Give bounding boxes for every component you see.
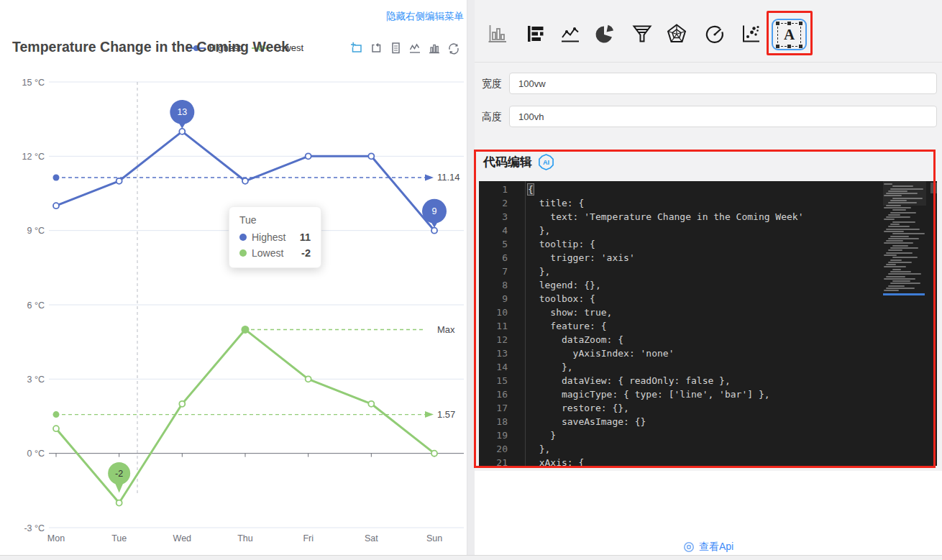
line-number: 10 xyxy=(479,306,508,319)
code-line[interactable]: toolbox: { xyxy=(528,292,804,306)
line-number: 5 xyxy=(479,237,508,251)
lowest-dot-icon xyxy=(239,249,247,257)
svg-text:6 °C: 6 °C xyxy=(27,300,45,311)
code-line[interactable]: text: 'Temperature Change in the Coming … xyxy=(528,210,804,224)
code-line[interactable]: legend: {}, xyxy=(528,278,804,292)
data-zoom-icon[interactable] xyxy=(350,42,363,55)
minimap-selection xyxy=(883,293,925,295)
view-api-label: 查看Api xyxy=(699,541,733,554)
line-number: 15 xyxy=(479,374,508,387)
svg-text:Tue: Tue xyxy=(111,533,127,543)
tooltip-category: Tue xyxy=(239,214,311,226)
svg-text:13: 13 xyxy=(177,107,187,117)
app-root: 15 °C12 °C9 °C6 °C3 °C0 °C-3 °CMonTueWed… xyxy=(0,0,942,560)
eye-icon xyxy=(683,541,695,553)
code-line[interactable]: xAxis: { xyxy=(528,456,804,466)
funnel-chart-icon[interactable] xyxy=(631,23,653,45)
tooltip-row-lowest: Lowest -2 xyxy=(239,247,311,259)
tooltip-series-value: 11 xyxy=(300,231,311,243)
restore-icon[interactable] xyxy=(447,42,460,55)
code-line[interactable]: show: true, xyxy=(528,306,804,319)
line-number: 16 xyxy=(479,387,508,401)
magic-type-line-icon[interactable] xyxy=(408,42,421,55)
horizontal-scrollbar-strip[interactable] xyxy=(0,555,942,560)
line-number: 1 xyxy=(479,183,508,196)
chart-title: Temperature Change in the Coming Week xyxy=(12,39,289,55)
line-number: 13 xyxy=(479,346,508,360)
width-label: 宽度 xyxy=(482,78,502,91)
code-line[interactable]: dataView: { readOnly: false }, xyxy=(528,374,804,387)
svg-text:AI: AI xyxy=(543,159,549,166)
code-line[interactable]: restore: {}, xyxy=(528,401,804,415)
text-selection-box-icon: A xyxy=(777,23,801,47)
toolbar-divider xyxy=(475,62,942,63)
code-content[interactable]: { title: { text: 'Temperature Change in … xyxy=(528,183,804,466)
code-editor-header: 代码编辑 AI xyxy=(483,153,555,171)
save-as-image-icon[interactable] xyxy=(467,42,467,55)
line-number: 20 xyxy=(479,442,508,456)
line-number: 17 xyxy=(479,401,508,415)
svg-text:-3 °C: -3 °C xyxy=(24,523,45,533)
line-number: 9 xyxy=(479,292,508,306)
text-element-icon[interactable]: A xyxy=(772,19,807,50)
highest-dot-icon xyxy=(239,234,247,241)
line-numbers: 123456789101112131415161718192021 xyxy=(479,183,508,466)
zoom-reset-icon[interactable] xyxy=(370,42,383,55)
temperature-chart: 15 °C12 °C9 °C6 °C3 °C0 °C-3 °CMonTueWed… xyxy=(0,0,467,555)
code-line[interactable]: }, xyxy=(528,360,804,374)
line-number: 18 xyxy=(479,415,508,428)
width-input[interactable] xyxy=(509,73,937,94)
line-number: 4 xyxy=(479,224,508,237)
svg-text:9 °C: 9 °C xyxy=(27,226,45,236)
tooltip-series-value: -2 xyxy=(301,247,311,259)
code-editor[interactable]: 123456789101112131415161718192021 { titl… xyxy=(479,181,937,466)
code-line[interactable]: } xyxy=(528,428,804,442)
code-line[interactable]: magicType: { type: ['line', 'bar'] }, xyxy=(528,387,804,401)
line-number: 11 xyxy=(479,319,508,333)
hide-right-menu-link[interactable]: 隐藏右侧编辑菜单 xyxy=(386,10,464,23)
minimap-viewport[interactable] xyxy=(883,181,926,206)
editor-scrollbar[interactable] xyxy=(930,183,937,193)
tooltip-row-highest: Highest 11 xyxy=(239,231,311,243)
code-line[interactable]: tooltip: { xyxy=(528,237,804,251)
ai-badge-icon[interactable]: AI xyxy=(537,153,555,171)
svg-text:Fri: Fri xyxy=(303,533,314,543)
line-number: 6 xyxy=(479,251,508,265)
line-number: 12 xyxy=(479,333,508,346)
svg-text:Max: Max xyxy=(437,324,455,335)
svg-text:9: 9 xyxy=(432,206,437,216)
code-line[interactable]: title: { xyxy=(528,196,804,210)
line-number: 8 xyxy=(479,278,508,292)
svg-text:Thu: Thu xyxy=(237,533,253,543)
line-chart-icon[interactable] xyxy=(559,23,581,45)
svg-text:Sat: Sat xyxy=(365,533,378,543)
code-line[interactable]: feature: { xyxy=(528,319,804,333)
bar-chart-icon[interactable] xyxy=(487,23,508,45)
chart-type-toolbar: A xyxy=(475,0,942,62)
code-line[interactable]: saveAsImage: {} xyxy=(528,415,804,428)
tooltip-series-name: Highest xyxy=(252,231,285,243)
code-line[interactable]: { xyxy=(528,183,804,196)
magic-type-bar-icon[interactable] xyxy=(428,42,441,55)
svg-text:0 °C: 0 °C xyxy=(27,449,45,459)
code-line[interactable]: }, xyxy=(528,265,804,278)
height-label: 高度 xyxy=(482,111,502,124)
line-number: 21 xyxy=(479,456,508,466)
editor-panel: A 宽度 高度 代码编辑 AI 123456789101112131415161… xyxy=(475,0,942,555)
code-line[interactable]: dataZoom: { xyxy=(528,333,804,346)
line-number: 7 xyxy=(479,265,508,278)
horizontal-bar-chart-icon[interactable] xyxy=(525,23,547,45)
chart-tooltip: Tue Highest 11 Lowest -2 xyxy=(229,206,321,268)
gauge-chart-icon[interactable] xyxy=(704,23,726,45)
code-line[interactable]: yAxisIndex: 'none' xyxy=(528,346,804,360)
code-line[interactable]: trigger: 'axis' xyxy=(528,251,804,265)
code-line[interactable]: }, xyxy=(528,224,804,237)
pie-chart-icon[interactable] xyxy=(594,23,616,45)
radar-chart-icon[interactable] xyxy=(666,23,687,45)
height-input[interactable] xyxy=(509,106,937,127)
data-view-icon[interactable] xyxy=(389,42,402,55)
scatter-chart-icon[interactable] xyxy=(740,23,762,45)
minimap[interactable] xyxy=(883,183,926,464)
code-line[interactable]: }, xyxy=(528,442,804,456)
view-api-link[interactable]: 查看Api xyxy=(475,541,942,554)
